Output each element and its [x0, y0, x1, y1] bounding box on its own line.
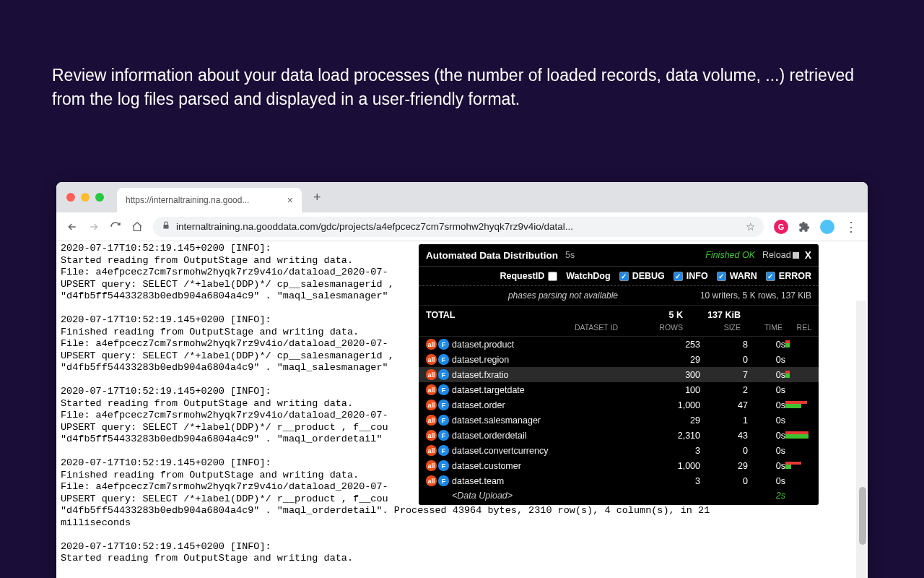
badge-f-icon: F: [438, 460, 449, 471]
row-rows: 100: [653, 385, 700, 395]
row-badges: allF: [426, 445, 452, 456]
rel-bar: [785, 355, 808, 364]
row-size: 8: [700, 340, 748, 350]
filter-error[interactable]: ✓ERROR: [766, 271, 811, 281]
lock-icon: [162, 221, 170, 232]
filter-info[interactable]: ✓INFO: [674, 271, 708, 281]
hdr-dataset: DATASET ID: [426, 323, 625, 332]
new-tab-button[interactable]: +: [313, 190, 321, 205]
dataset-id: dataset.region: [452, 355, 653, 365]
row-size: 0: [700, 446, 748, 456]
badge-all-icon: all: [426, 430, 437, 441]
row-rows: 1,000: [653, 461, 700, 471]
hdr-rows: ROWS: [625, 323, 683, 332]
badge-f-icon: F: [438, 339, 449, 350]
hdr-rel: REL: [783, 323, 811, 332]
table-row[interactable]: allFdataset.order1,000470s: [419, 397, 819, 413]
row-rows: 29: [653, 355, 700, 365]
scrollbar-thumb[interactable]: [859, 487, 866, 545]
table-row[interactable]: allFdataset.product25380s: [419, 337, 819, 352]
dataset-id: dataset.salesmanager: [452, 415, 653, 426]
panel-totals: TOTAL 5 K 137 KiB: [419, 306, 819, 322]
row-time: 0s: [748, 476, 785, 486]
row-badges: allF: [426, 475, 452, 486]
badge-f-icon: F: [438, 445, 449, 456]
upload-label: <Data Upload>: [452, 491, 653, 501]
back-button[interactable]: [66, 221, 78, 233]
rel-bar: [785, 416, 808, 425]
row-size: 43: [700, 431, 748, 441]
badge-all-icon: all: [426, 475, 437, 486]
dataset-id: dataset.customer: [452, 461, 653, 471]
filter-debug[interactable]: ✓DEBUG: [619, 271, 665, 281]
row-time: 0s: [748, 355, 785, 365]
badge-f-icon: F: [438, 354, 449, 365]
panel-summary: phases parsing not available 10 writers,…: [419, 286, 819, 306]
row-badges: allF: [426, 354, 452, 365]
row-badges: allF: [426, 460, 452, 471]
table-row[interactable]: allFdataset.targetdate10020s: [419, 382, 819, 397]
upload-time: 2s: [748, 491, 785, 501]
panel-close-icon[interactable]: X: [805, 249, 811, 261]
minimize-window-icon[interactable]: [81, 193, 90, 202]
row-size: 47: [700, 400, 748, 410]
hdr-time: TIME: [741, 323, 783, 332]
totals-size: 137 KiB: [683, 310, 741, 320]
filter-requestid[interactable]: RequestID: [500, 271, 557, 281]
table-row[interactable]: allFdataset.region2900s: [419, 352, 819, 367]
page-content: 2020-07-17T10:52:19.145+0200 [INFO]: Sta…: [56, 241, 868, 578]
home-button[interactable]: [131, 221, 143, 233]
forward-button[interactable]: [88, 221, 100, 233]
row-size: 1: [700, 415, 748, 426]
totals-rows: 5 K: [625, 310, 683, 320]
row-size: 29: [700, 461, 748, 471]
row-rows: 2,310: [653, 431, 700, 441]
table-row[interactable]: allFdataset.team300s: [419, 473, 819, 488]
row-badges: allF: [426, 400, 452, 410]
table-row[interactable]: allFdataset.orderdetail2,310430s: [419, 428, 819, 443]
table-row[interactable]: allFdataset.customer1,000290s: [419, 458, 819, 473]
tab-title: https://internaltraining.na.good...: [126, 195, 282, 205]
badge-f-icon: F: [438, 384, 449, 395]
rel-bar: [785, 386, 808, 394]
rel-bar: [785, 340, 808, 349]
badge-all-icon: all: [426, 400, 437, 410]
row-size: 0: [700, 476, 748, 486]
panel-filters: RequestID WatchDog ✓DEBUG ✓INFO ✓WARN ✓E…: [419, 267, 819, 286]
row-rows: 3: [653, 476, 700, 486]
badge-f-icon: F: [438, 475, 449, 486]
close-tab-icon[interactable]: ×: [287, 194, 293, 206]
rel-bar: [785, 447, 808, 455]
browser-tabbar: https://internaltraining.na.good... × +: [56, 182, 868, 212]
row-badges: allF: [426, 384, 452, 395]
url-bar[interactable]: internaltraining.na.gooddata.com/gdc/pro…: [153, 217, 764, 237]
filter-warn[interactable]: ✓WARN: [717, 271, 757, 281]
star-icon[interactable]: ☆: [746, 220, 755, 233]
reload-button[interactable]: [110, 221, 121, 233]
browser-window: https://internaltraining.na.good... × + …: [56, 182, 868, 578]
row-time: 0s: [748, 385, 785, 395]
extension-icon-1[interactable]: G: [774, 220, 788, 234]
profile-icon[interactable]: [820, 220, 834, 234]
dataset-id: dataset.product: [452, 340, 653, 350]
table-row[interactable]: allFdataset.fxratio30070s: [419, 367, 819, 382]
maximize-window-icon[interactable]: [95, 193, 104, 202]
badge-all-icon: all: [426, 354, 437, 365]
row-time: 0s: [748, 340, 785, 350]
page-caption: Review information about your data load …: [52, 64, 872, 112]
badge-f-icon: F: [438, 415, 449, 426]
panel-table-headers: DATASET ID ROWS SIZE TIME REL: [419, 322, 819, 337]
data-upload-row: <Data Upload> 2s: [419, 488, 819, 505]
table-row[interactable]: allFdataset.salesmanager2910s: [419, 413, 819, 428]
dataset-id: dataset.order: [452, 400, 653, 410]
browser-tab[interactable]: https://internaltraining.na.good... ×: [117, 188, 302, 212]
panel-reload-button[interactable]: Reload: [762, 250, 799, 260]
extensions-icon[interactable]: [798, 221, 810, 233]
badge-all-icon: all: [426, 384, 437, 395]
close-window-icon[interactable]: [66, 193, 75, 202]
table-row[interactable]: allFdataset.convertcurrency300s: [419, 443, 819, 458]
filter-watchdog[interactable]: WatchDog: [566, 271, 610, 281]
row-time: 0s: [748, 415, 785, 426]
window-controls: [66, 193, 104, 202]
menu-icon[interactable]: ⋮: [845, 219, 858, 235]
